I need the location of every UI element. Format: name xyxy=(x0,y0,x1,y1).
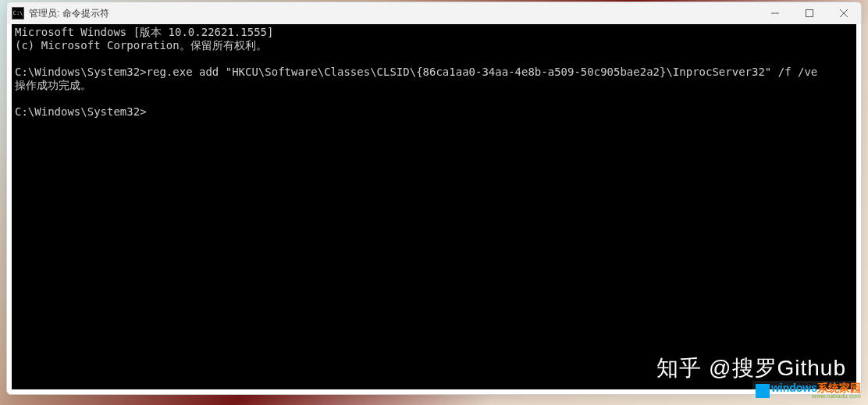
window-title: 管理员: 命令提示符 xyxy=(29,7,109,20)
close-button[interactable] xyxy=(827,2,861,24)
maximize-button[interactable] xyxy=(792,2,827,24)
titlebar[interactable]: C:\ 管理员: 命令提示符 xyxy=(7,2,861,24)
command-prompt-window: C:\ 管理员: 命令提示符 Microsoft Windows [版本 10.… xyxy=(6,2,862,395)
cmd-icon: C:\ xyxy=(12,7,24,20)
terminal-output[interactable]: Microsoft Windows [版本 10.0.22621.1555] (… xyxy=(12,24,856,389)
window-controls xyxy=(758,2,861,24)
svg-rect-1 xyxy=(806,10,813,17)
minimize-button[interactable] xyxy=(758,2,792,24)
